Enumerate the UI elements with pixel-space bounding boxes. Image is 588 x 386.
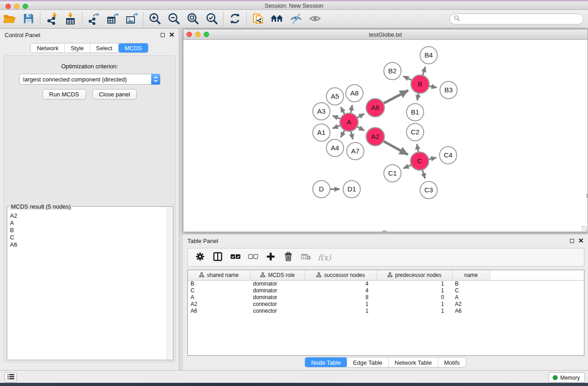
float-panel-icon[interactable] (161, 33, 165, 37)
close-panel-icon[interactable] (578, 237, 583, 245)
graph-edge-A-A8[interactable] (351, 105, 352, 113)
column-header-mcds-role[interactable]: MCDS role (250, 270, 305, 280)
graph-node-A6[interactable]: A6 (366, 99, 384, 117)
function-builder-label[interactable]: f(x) (318, 253, 331, 262)
save-session-button[interactable] (19, 11, 38, 27)
table-row[interactable]: Cdominator41C (188, 287, 584, 294)
graph-edge-A-A1[interactable] (333, 125, 340, 128)
minimize-window-button[interactable] (14, 4, 19, 9)
close-panel-button[interactable]: Close panel (92, 89, 137, 100)
graph-node-A4[interactable]: A4 (326, 139, 344, 157)
network-canvas[interactable]: AA1A2A3A4A5A6A7A8BB1B2B3B4CC1C2C3C4DD1 (183, 40, 588, 232)
graph-node-C1[interactable]: C1 (384, 165, 401, 182)
table-row[interactable]: Bdominator41B (188, 280, 584, 287)
zoom-selected-button[interactable] (202, 11, 221, 27)
tab-style[interactable]: Style (65, 43, 90, 52)
graph-node-A2[interactable]: A2 (366, 128, 384, 146)
import-network-button[interactable] (42, 11, 61, 27)
zoom-out-button[interactable] (164, 11, 183, 27)
resize-grip[interactable] (582, 226, 587, 231)
float-panel-icon[interactable] (570, 239, 574, 243)
zoom-fit-button[interactable] (183, 11, 202, 27)
graph-node-B2[interactable]: B2 (384, 62, 401, 80)
hide-selected-button[interactable] (287, 11, 306, 27)
show-hidden-button[interactable] (306, 11, 325, 27)
search-field[interactable] (449, 14, 583, 24)
mcds-result-item[interactable]: B (10, 227, 167, 234)
graph-node-B1[interactable]: B1 (406, 104, 424, 121)
graph-node-C2[interactable]: C2 (406, 124, 424, 141)
graph-edge-C-C4[interactable] (429, 157, 436, 159)
graph-edge-C-C1[interactable] (403, 165, 411, 169)
graph-edge-C-C3[interactable] (422, 170, 425, 179)
tab-network[interactable]: Network (31, 43, 65, 52)
column-header-successor-nodes[interactable]: successor nodes (305, 270, 377, 280)
graph-node-A[interactable]: A (340, 113, 358, 131)
column-header-name[interactable]: name (452, 270, 490, 280)
graph-edge-A-A5[interactable] (341, 107, 344, 114)
export-table-button[interactable] (103, 11, 122, 27)
refresh-button[interactable] (225, 11, 244, 27)
graph-edge-B-B4[interactable] (423, 67, 425, 75)
tab-edge-table[interactable]: Edge Table (347, 357, 389, 367)
zoom-network-button[interactable] (204, 32, 209, 37)
mcds-result-scrollbar[interactable] (167, 207, 172, 359)
graph-edge-A-A4[interactable] (341, 130, 344, 137)
graph-node-A7[interactable]: A7 (347, 143, 364, 160)
delete-button[interactable] (282, 252, 294, 263)
export-network-button[interactable] (84, 11, 103, 27)
run-mcds-button[interactable]: Run MCDS (43, 89, 86, 100)
column-header-predecessor-nodes[interactable]: predecessor nodes (377, 270, 452, 280)
graph-edge-B-B2[interactable] (403, 76, 411, 80)
zoom-window-button[interactable] (23, 4, 28, 9)
graph-edge-A-A2[interactable] (357, 127, 364, 131)
import-table-button[interactable] (61, 11, 80, 27)
houses-button[interactable] (268, 11, 287, 27)
tab-select[interactable]: Select (90, 43, 119, 52)
graph-node-D[interactable]: D (313, 181, 330, 198)
open-session-button[interactable] (0, 11, 19, 27)
add-row-button[interactable] (265, 252, 277, 263)
show-columns-button[interactable] (212, 252, 224, 263)
graph-node-B4[interactable]: B4 (420, 47, 437, 64)
search-input[interactable] (462, 15, 583, 23)
graph-node-C[interactable]: C (411, 152, 429, 170)
graph-node-D1[interactable]: D1 (343, 181, 360, 198)
export-image-button[interactable] (122, 11, 141, 27)
tab-motifs[interactable]: Motifs (438, 357, 466, 367)
network-window-titlebar[interactable]: testGlobe.txt (183, 29, 588, 40)
close-panel-icon[interactable] (169, 31, 174, 39)
task-history-button[interactable] (5, 372, 17, 382)
table-row[interactable]: Adominator80A (188, 294, 584, 300)
zoom-in-button[interactable] (145, 11, 164, 27)
memory-button[interactable]: Memory (549, 372, 585, 383)
graph-node-C3[interactable]: C3 (420, 181, 437, 199)
mcds-result-item[interactable]: A2 (10, 212, 167, 219)
graph-node-A8[interactable]: A8 (346, 85, 363, 102)
graph-edge-C-C2[interactable] (417, 144, 418, 152)
close-window-button[interactable] (5, 4, 11, 9)
mcds-result-item[interactable]: A6 (10, 241, 167, 248)
table-settings-button[interactable] (194, 252, 206, 263)
graph-node-A3[interactable]: A3 (313, 103, 330, 120)
close-network-button[interactable] (186, 32, 192, 37)
mcds-result-list[interactable]: A2ABCA6 (7, 210, 167, 359)
table-row[interactable]: A2connector11A2 (188, 300, 584, 307)
minimize-network-button[interactable] (195, 32, 201, 37)
graph-edge-A6-B[interactable] (384, 91, 408, 104)
tab-node-table[interactable]: Node Table (305, 357, 347, 367)
graph-edge-B-B1[interactable] (417, 94, 419, 100)
graph-node-C4[interactable]: C4 (440, 147, 457, 164)
graph-node-B3[interactable]: B3 (440, 81, 457, 99)
select-all-columns-button[interactable] (229, 252, 241, 263)
delete-table-button[interactable] (300, 252, 312, 263)
graph-edge-A-A3[interactable] (333, 116, 340, 119)
graph-edge-B-B3[interactable] (430, 86, 437, 87)
network-from-document-button[interactable] (249, 11, 268, 27)
criterion-dropdown[interactable]: largest connected component (directed) (19, 74, 160, 85)
column-header-shared-name[interactable]: shared name (188, 270, 250, 280)
tab-mcds[interactable]: MCDS (119, 43, 148, 52)
table-row[interactable]: A6connector11A6 (188, 307, 584, 314)
mcds-result-item[interactable]: C (10, 234, 167, 241)
graph-edge-A-A6[interactable] (357, 114, 364, 118)
